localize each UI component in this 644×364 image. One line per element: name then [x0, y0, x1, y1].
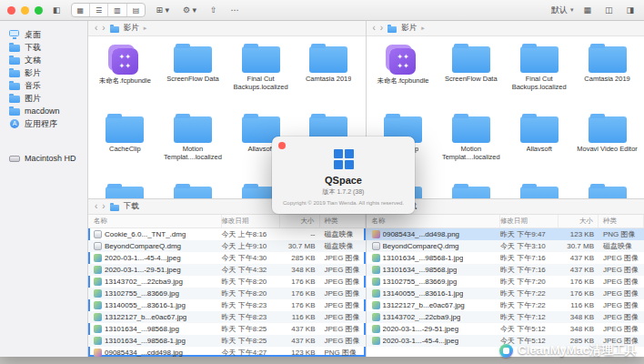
file-kind: JPEG 图像	[599, 276, 644, 288]
sidebar-item-macintosh-hd[interactable]: Macintosh HD	[0, 152, 87, 165]
sidebar-item-downloads[interactable]: 下载	[0, 41, 87, 54]
file-type-icon	[94, 349, 102, 357]
file-row[interactable]: 09085434_...dd498.png 昨天 下午9:47 123 KB P…	[367, 228, 644, 240]
file-row[interactable]: 13140055_...83616-1.jpg 昨天 下午8:23 176 KB…	[88, 299, 366, 311]
file-row[interactable]: BeyondCompareQ.dmg 今天 上午9:10 30.7 MB 磁盘映…	[88, 240, 366, 252]
column-header-name[interactable]: 名称	[88, 215, 222, 228]
grid-item[interactable]: ScreenFlow Data	[159, 41, 227, 107]
file-type-icon	[372, 337, 380, 345]
zoom-button[interactable]	[35, 6, 43, 15]
sidebar-item-movies[interactable]: 影片	[0, 66, 87, 79]
sidebar-item-icon	[9, 119, 20, 128]
breadcrumb[interactable]: 下载	[124, 201, 139, 212]
grid-item[interactable]	[505, 181, 573, 198]
list-view-button[interactable]: ☰	[90, 4, 108, 16]
file-row[interactable]: BeyondCompareQ.dmg 今天 下午3:10 30.7 MB 磁盘映…	[367, 240, 644, 252]
breadcrumb[interactable]: 影片	[401, 23, 417, 34]
file-row[interactable]: 2020-03-1...-29-51.jpeg 今天 下午4:32 348 KB…	[88, 264, 366, 276]
folder-icon	[452, 116, 490, 143]
column-header-name[interactable]: 名称	[367, 215, 501, 228]
close-button[interactable]	[7, 6, 15, 15]
column-view-button[interactable]: ▥	[108, 4, 127, 16]
grid-item[interactable]: Camtasia 2019	[573, 41, 641, 107]
file-row[interactable]: 13101634_...98568.jpg 昨天 下午7:16 437 KB J…	[367, 264, 644, 276]
grid-item[interactable]: 未命名.fcpbundle	[91, 41, 159, 107]
more-button[interactable]: ⋯	[228, 5, 242, 15]
group-by-button[interactable]: ⊞ ▾	[153, 5, 172, 15]
file-row[interactable]: 13102755_...83669.jpg 昨天 下午8:20 176 KB J…	[88, 288, 366, 299]
back-button[interactable]: ‹	[95, 202, 97, 211]
grid-item[interactable]: Movavi Video Editor	[573, 111, 641, 177]
grid-item[interactable]	[159, 181, 227, 198]
sidebar-item-desktop[interactable]: 桌面	[0, 28, 87, 41]
file-row[interactable]: 2020-03-1...-45-4...jpeg 今天 下午4:30 285 K…	[88, 252, 366, 264]
column-header-date[interactable]: 修改日期	[500, 215, 558, 228]
file-row[interactable]: 13143702_...22cba9.jpg 昨天 下午8:20 176 KB …	[88, 276, 366, 288]
grid-item[interactable]: Final Cut Backups.localized	[226, 41, 295, 107]
forward-button[interactable]: ›	[102, 24, 105, 33]
grid-item[interactable]: Final Cut Backups.localized	[505, 41, 573, 107]
grid-item[interactable]: ScreenFlow Data	[437, 41, 505, 107]
column-header-kind[interactable]: 种类	[320, 215, 366, 228]
sidebar-item-macdown[interactable]: macdown	[0, 105, 87, 117]
sidebar-toggle-button[interactable]: ◧	[50, 5, 64, 15]
disk-icon	[9, 154, 20, 163]
gallery-view-button[interactable]: ▤	[127, 4, 146, 16]
action-menu-button[interactable]: ⚙ ▾	[180, 5, 199, 15]
file-date: 昨天 下午8:20	[222, 276, 280, 288]
grid-item[interactable]	[437, 181, 505, 198]
file-row[interactable]: 13101634_...98568-1.jpg 昨天 下午7:16 437 KB…	[367, 252, 644, 264]
file-row[interactable]: 13101634_...98568.jpg 昨天 下午8:25 437 KB J…	[88, 323, 366, 335]
grid-item[interactable]: 未命名.fcpbundle	[369, 41, 438, 107]
column-header-size[interactable]: 大小	[558, 215, 599, 228]
forward-button[interactable]: ›	[102, 202, 105, 211]
about-dialog: QSpace 版本 1.7.2 (38) Copyright © 2019 Ti…	[272, 136, 415, 214]
sidebar-item-applications[interactable]: 应用程序	[0, 117, 87, 130]
file-row[interactable]: 09085434_...cdd498.jpg 今天 下午4:27 123 KB …	[88, 347, 366, 357]
grid-item[interactable]	[573, 181, 641, 198]
grid-item[interactable]: Motion Templat....localized	[159, 111, 227, 177]
layout-grid-button[interactable]: ▦	[580, 5, 594, 15]
grid-item[interactable]: Camtasia 2019	[295, 41, 363, 107]
file-size: 348 KB	[558, 323, 599, 335]
view-preset-label: 默认	[551, 5, 568, 16]
toolbar-window-buttons: ▦◫◨	[580, 5, 637, 15]
back-button[interactable]: ‹	[95, 24, 97, 33]
file-row[interactable]: 13122127_b...e0ac67.jpg 昨天 下午8:23 116 KB…	[88, 311, 366, 323]
sidebar-item-music[interactable]: 音乐	[0, 79, 87, 92]
icon-view-button[interactable]: ▦	[72, 4, 91, 16]
sidebar-item-label: 图片	[25, 93, 41, 105]
column-header-kind[interactable]: 种类	[599, 215, 644, 228]
file-kind: 磁盘映像	[320, 228, 366, 240]
file-kind: JPEG 图像	[320, 288, 366, 299]
view-preset-dropdown[interactable]: 默认 ▾	[551, 5, 574, 16]
grid-item[interactable]: Motion Templat....localized	[437, 111, 505, 177]
sidebar-item-pictures[interactable]: 图片	[0, 92, 87, 105]
minimize-button[interactable]	[21, 6, 29, 15]
breadcrumb[interactable]: 影片	[124, 23, 139, 34]
file-row[interactable]: Cookie_6.0..._TNT_.dmg 今天 上午8:16 -- 磁盘映像	[88, 228, 366, 240]
grid-item[interactable]: CacheClip	[91, 111, 159, 177]
file-row[interactable]: 13101634_...98568-1.jpg 昨天 下午8:25 437 KB…	[88, 335, 366, 347]
grid-item[interactable]: Allavsoft	[505, 111, 573, 177]
panel-toggle-button[interactable]: ◨	[623, 5, 637, 15]
file-size: 176 KB	[558, 288, 599, 299]
file-row[interactable]: 13140055_...83616-1.jpg 昨天 下午7:22 176 KB…	[367, 288, 644, 299]
column-header-date[interactable]: 修改日期	[222, 215, 280, 228]
column-header-size[interactable]: 大小	[280, 215, 320, 228]
file-row[interactable]: 13122127_b...e0ac67.jpg 昨天 下午7:22 116 KB…	[367, 299, 644, 311]
grid-item-label: Final Cut Backups.localized	[508, 76, 571, 91]
forward-button[interactable]: ›	[380, 24, 383, 33]
file-name: BeyondCompareQ.dmg	[383, 242, 459, 250]
back-button[interactable]: ‹	[373, 24, 376, 33]
dialog-close-button[interactable]	[278, 142, 286, 149]
file-row[interactable]: 13102755_...83669.jpg 昨天 下午7:20 176 KB J…	[367, 276, 644, 288]
file-row[interactable]: 2020-03-1...-29-51.jpeg 今天 下午5:12 348 KB…	[367, 323, 644, 335]
share-button[interactable]: ⇧	[207, 5, 220, 15]
file-date: 昨天 下午7:22	[500, 299, 558, 311]
grid-item[interactable]	[91, 181, 159, 198]
file-row[interactable]: 13143702_...22cba9.jpg 昨天 下午7:12 348 KB …	[367, 311, 644, 323]
file-date: 昨天 下午7:16	[500, 252, 558, 264]
layout-split-button[interactable]: ◫	[602, 5, 616, 15]
sidebar-item-documents[interactable]: 文稿	[0, 54, 87, 66]
